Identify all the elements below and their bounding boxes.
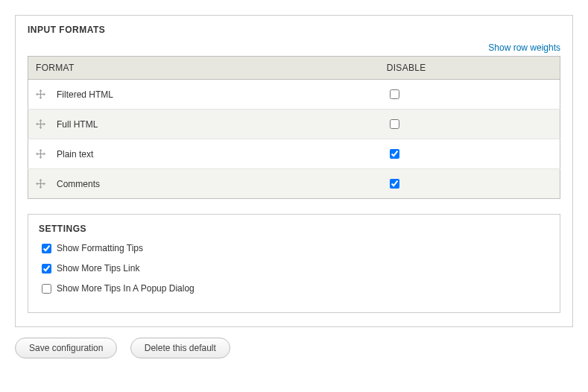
- drag-handle-icon[interactable]: [36, 119, 46, 129]
- show-row-weights-link[interactable]: Show row weights: [488, 42, 560, 53]
- table-row: Filtered HTML: [28, 80, 560, 110]
- table-row: Comments: [28, 169, 560, 199]
- svg-rect-5: [38, 154, 44, 154]
- formats-table: FORMAT DISABLE Filtered HTMLFull HTMLPla…: [28, 56, 560, 199]
- col-header-disable: DISABLE: [379, 57, 560, 80]
- disable-checkbox[interactable]: [390, 119, 399, 129]
- table-row: Plain text: [28, 139, 560, 169]
- settings-title: SETTINGS: [39, 224, 549, 234]
- format-cell: Comments: [28, 169, 379, 199]
- actions-row: Save configuration Delete this default: [15, 338, 573, 358]
- disable-checkbox[interactable]: [390, 179, 399, 189]
- settings-list: Show Formatting TipsShow More Tips LinkS…: [39, 241, 549, 296]
- drag-handle-icon[interactable]: [36, 179, 46, 189]
- drag-handle-icon[interactable]: [36, 89, 46, 99]
- setting-label[interactable]: Show More Tips In A Popup Dialog: [57, 283, 195, 294]
- format-cell: Full HTML: [28, 110, 379, 139]
- save-button[interactable]: Save configuration: [15, 338, 117, 358]
- setting-label[interactable]: Show More Tips Link: [57, 263, 139, 274]
- col-header-format: FORMAT: [28, 57, 379, 80]
- svg-rect-7: [38, 183, 44, 184]
- format-cell: Plain text: [28, 139, 379, 169]
- setting-row: Show More Tips In A Popup Dialog: [39, 282, 549, 296]
- format-label: Comments: [57, 179, 100, 189]
- svg-rect-3: [38, 124, 44, 124]
- settings-box: SETTINGS Show Formatting TipsShow More T…: [28, 214, 560, 313]
- setting-checkbox[interactable]: [42, 264, 51, 274]
- disable-cell: [379, 110, 560, 139]
- disable-cell: [379, 80, 560, 110]
- disable-checkbox[interactable]: [390, 149, 399, 159]
- disable-cell: [379, 139, 560, 169]
- setting-row: Show Formatting Tips: [39, 241, 549, 256]
- delete-button[interactable]: Delete this default: [130, 338, 230, 358]
- disable-cell: [379, 169, 560, 199]
- drag-handle-icon[interactable]: [36, 149, 46, 159]
- format-label: Plain text: [57, 149, 93, 159]
- formats-tbody: Filtered HTMLFull HTMLPlain textComments: [28, 80, 560, 199]
- show-row-weights-wrapper: Show row weights: [28, 42, 560, 53]
- disable-checkbox[interactable]: [390, 89, 399, 99]
- setting-label[interactable]: Show Formatting Tips: [57, 243, 143, 253]
- table-row: Full HTML: [28, 110, 560, 139]
- setting-checkbox[interactable]: [42, 244, 51, 253]
- fieldset-title: INPUT FORMATS: [28, 25, 560, 35]
- input-formats-fieldset: INPUT FORMATS Show row weights FORMAT DI…: [15, 15, 573, 327]
- format-label: Full HTML: [57, 119, 98, 130]
- format-label: Filtered HTML: [57, 89, 113, 100]
- format-cell: Filtered HTML: [28, 80, 379, 110]
- setting-row: Show More Tips Link: [39, 262, 549, 276]
- setting-checkbox[interactable]: [42, 284, 51, 294]
- svg-rect-1: [38, 94, 44, 95]
